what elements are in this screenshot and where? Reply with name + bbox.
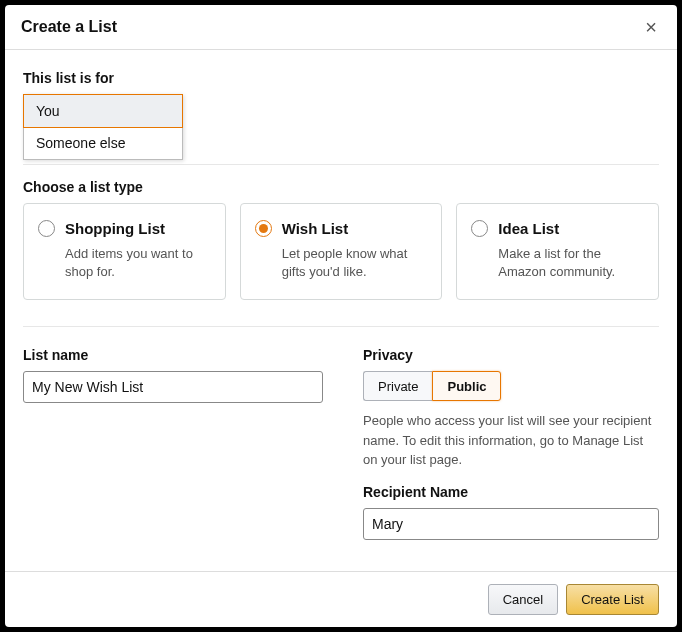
dropdown-option-you[interactable]: You [23,94,183,128]
modal-title: Create a List [21,18,117,36]
radio-icon [255,220,272,237]
radio-icon [38,220,55,237]
dropdown-menu: You Someone else [23,94,183,160]
list-type-label: Choose a list type [23,179,659,195]
list-for-dropdown[interactable]: You Someone else [23,94,659,154]
form-row: List name Privacy Private Public People … [23,347,659,540]
divider [23,164,659,165]
create-list-button[interactable]: Create List [566,584,659,615]
list-type-title: Idea List [498,220,559,237]
list-type-title: Shopping List [65,220,165,237]
divider [23,326,659,327]
dropdown-option-someone-else[interactable]: Someone else [24,127,182,159]
recipient-name-label: Recipient Name [363,484,659,500]
privacy-toggle: Private Public [363,371,659,401]
list-name-label: List name [23,347,323,363]
cancel-button[interactable]: Cancel [488,584,558,615]
list-type-shopping[interactable]: Shopping List Add items you want to shop… [23,203,226,300]
list-type-desc: Make a list for the Amazon community. [471,245,644,281]
list-type-desc: Let people know what gifts you'd like. [255,245,428,281]
list-type-idea[interactable]: Idea List Make a list for the Amazon com… [456,203,659,300]
privacy-public-button[interactable]: Public [432,371,501,401]
list-type-title: Wish List [282,220,349,237]
privacy-private-button[interactable]: Private [363,371,432,401]
list-name-input[interactable] [23,371,323,403]
close-icon[interactable]: × [641,17,661,37]
modal-body: This list is for You Someone else Choose… [5,50,677,571]
list-type-wish[interactable]: Wish List Let people know what gifts you… [240,203,443,300]
privacy-label: Privacy [363,347,659,363]
list-type-desc: Add items you want to shop for. [38,245,211,281]
create-list-modal: Create a List × This list is for You Som… [5,5,677,627]
modal-header: Create a List × [5,5,677,50]
modal-footer: Cancel Create List [5,571,677,627]
list-for-label: This list is for [23,70,659,86]
privacy-helper-text: People who access your list will see you… [363,411,659,470]
recipient-name-input[interactable] [363,508,659,540]
list-type-group: Shopping List Add items you want to shop… [23,203,659,300]
radio-icon [471,220,488,237]
